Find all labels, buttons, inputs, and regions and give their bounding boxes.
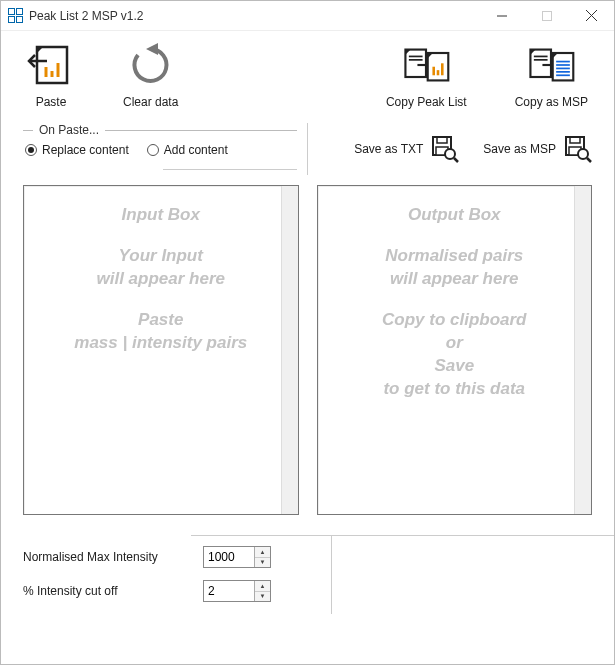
svg-rect-10 [406,50,427,77]
output-placeholder: Output Box Normalised pairswill appear h… [318,186,592,437]
refresh-icon [128,43,174,87]
chevron-up-icon: ▲ [255,547,270,558]
svg-point-38 [578,149,588,159]
onpaste-legend: On Paste... [23,123,297,137]
svg-line-39 [587,158,591,162]
norm-max-spinner[interactable]: ▲▼ [203,546,271,568]
svg-point-33 [445,149,455,159]
radio-add-label: Add content [164,143,228,157]
svg-rect-23 [553,53,574,80]
radio-dot-icon [147,144,159,156]
copy-msp-icon [527,43,575,87]
close-button[interactable] [569,2,614,30]
paste-icon [27,43,75,87]
maximize-icon [542,11,552,21]
text-boxes: Input Box Your Inputwill appear here Pas… [1,175,614,515]
save-group: Save as TXT Save as MSP [308,123,614,175]
norm-max-label: Normalised Max Intensity [23,550,203,564]
toolbar: Paste Clear data [1,31,614,117]
cutoff-label: % Intensity cut off [23,584,203,598]
toolbar-left-group: Paste Clear data [27,43,178,109]
copy-msp-label: Copy as MSP [515,95,588,109]
paste-label: Paste [36,95,67,109]
chevron-up-icon: ▲ [255,581,270,592]
save-msp-button[interactable]: Save as MSP [483,135,592,163]
input-placeholder: Input Box Your Inputwill appear here Pas… [24,186,298,391]
titlebar: Peak List 2 MSP v1.2 [1,1,614,31]
toolbar-right-group: Copy Peak List [386,43,588,109]
cutoff-spinner[interactable]: ▲▼ [203,580,271,602]
floppy-search-icon [564,135,592,163]
chevron-down-icon: ▼ [255,558,270,568]
copy-msp-button[interactable]: Copy as MSP [515,43,588,109]
copy-peak-icon [402,43,450,87]
svg-marker-5 [37,47,43,53]
copy-peak-button[interactable]: Copy Peak List [386,43,467,109]
save-msp-label: Save as MSP [483,142,556,156]
maximize-button[interactable] [524,2,569,30]
close-icon [586,10,597,21]
svg-line-34 [454,158,458,162]
output-textbox[interactable]: Output Box Normalised pairswill appear h… [317,185,593,515]
floppy-search-icon [431,135,459,163]
clear-button[interactable]: Clear data [123,43,178,109]
minimize-button[interactable] [479,2,524,30]
norm-max-row: Normalised Max Intensity ▲▼ [23,546,331,568]
scrollbar[interactable] [574,186,591,514]
chevron-down-icon: ▼ [255,592,270,602]
radio-replace-label: Replace content [42,143,129,157]
svg-rect-19 [531,50,552,77]
window-title: Peak List 2 MSP v1.2 [29,9,479,23]
clear-label: Clear data [123,95,178,109]
window-controls [479,2,614,30]
onpaste-group: On Paste... Replace content Add content [1,123,307,175]
app-icon [7,8,23,24]
svg-rect-1 [542,11,551,20]
minimize-icon [497,11,507,21]
svg-marker-9 [146,43,158,55]
input-textbox[interactable]: Input Box Your Inputwill appear here Pas… [23,185,299,515]
app-window: Peak List 2 MSP v1.2 [0,0,615,665]
paste-button[interactable]: Paste [27,43,75,109]
save-txt-label: Save as TXT [354,142,423,156]
save-txt-button[interactable]: Save as TXT [354,135,459,163]
bottom-section: Normalised Max Intensity ▲▼ % Intensity … [1,535,614,614]
radio-replace[interactable]: Replace content [25,143,129,157]
cutoff-row: % Intensity cut off ▲▼ [23,580,331,602]
spinner-arrows[interactable]: ▲▼ [254,581,270,601]
cutoff-input[interactable] [204,581,254,601]
copy-peak-label: Copy Peak List [386,95,467,109]
options-row: On Paste... Replace content Add content … [1,123,614,175]
radio-add[interactable]: Add content [147,143,228,157]
scrollbar[interactable] [281,186,298,514]
svg-rect-4 [37,47,67,83]
spinner-arrows[interactable]: ▲▼ [254,547,270,567]
svg-rect-14 [428,53,449,80]
norm-max-input[interactable] [204,547,254,567]
radio-dot-selected-icon [25,144,37,156]
